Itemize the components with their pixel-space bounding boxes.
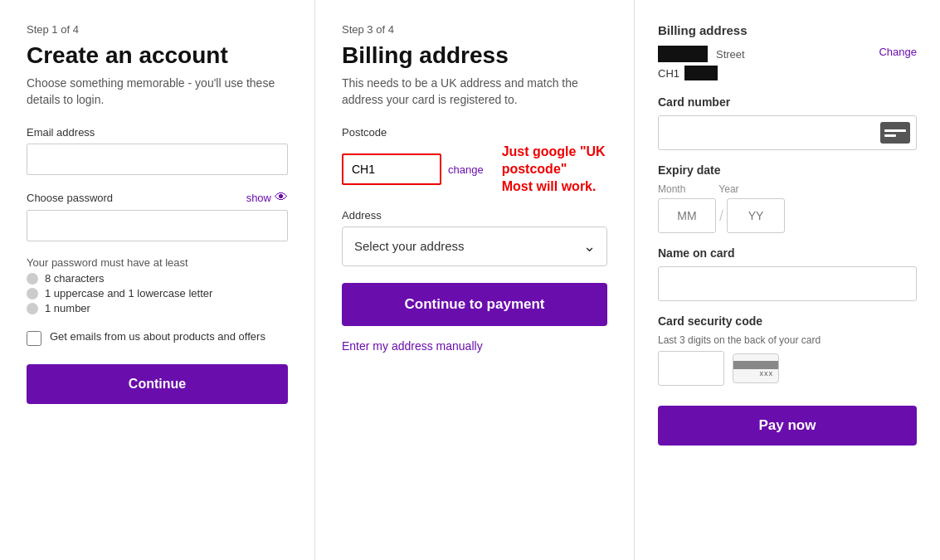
addr-postcode-prefix: CH1 (658, 67, 679, 80)
rule-label-3: 1 number (45, 302, 90, 314)
rule-dot-2 (27, 288, 38, 299)
email-optin-group: Get emails from us about products and of… (27, 329, 288, 346)
address-label: Address (342, 209, 607, 222)
pay-now-button[interactable]: Pay now (658, 406, 917, 446)
card-number-input[interactable] (658, 115, 917, 150)
rule-dot-3 (27, 303, 38, 314)
rule-label-2: 1 uppercase and 1 lowercase letter (45, 287, 212, 299)
name-on-card-section: Name on card (658, 246, 917, 301)
card-lines (884, 129, 906, 137)
eye-icon: 👁 (275, 190, 288, 205)
change-address-link[interactable]: Change (879, 46, 917, 58)
cvv-label: Card security code (658, 314, 917, 328)
continue-to-payment-button[interactable]: Continue to payment (342, 283, 607, 326)
change-postcode-link[interactable]: change (448, 163, 484, 176)
cvv-card-stripe (733, 361, 778, 369)
rule-8-chars: 8 characters (27, 272, 288, 285)
expiry-month-input[interactable] (658, 198, 716, 233)
password-label: Choose password (27, 192, 113, 204)
step-label-left: Step 1 of 4 (27, 23, 288, 36)
card-line-1 (884, 129, 906, 132)
manual-address-link[interactable]: Enter my address manually (342, 339, 483, 353)
password-rules-intro: Your password must have at least (27, 256, 288, 269)
addr-postcode-row: CH1 (658, 66, 745, 80)
create-account-panel: Step 1 of 4 Create an account Choose som… (0, 0, 315, 560)
billing-address-row: Street CH1 Change (658, 46, 917, 80)
continue-button[interactable]: Continue (27, 364, 288, 404)
password-field-group: Choose password show 👁 (27, 190, 288, 241)
billing-subtitle: This needs to be a UK address and match … (342, 75, 607, 108)
card-number-label: Card number (658, 95, 917, 109)
postcode-input[interactable] (342, 153, 441, 185)
postcode-redacted-box (684, 66, 718, 80)
email-input[interactable] (27, 144, 288, 175)
rule-uppercase: 1 uppercase and 1 lowercase letter (27, 287, 288, 299)
rule-label-1: 8 characters (45, 272, 105, 285)
address-redacted-box (658, 46, 708, 62)
create-account-title: Create an account (27, 42, 288, 69)
email-optin-label: Get emails from us about products and of… (50, 329, 265, 344)
password-rules: Your password must have at least 8 chara… (27, 256, 288, 314)
expiry-year-input[interactable] (727, 198, 785, 233)
expiry-row: / (658, 198, 917, 233)
address-select-wrapper: Select your address ⌄ (342, 226, 607, 266)
year-label: Year (718, 183, 738, 195)
cvv-input[interactable] (658, 351, 724, 386)
rule-number: 1 number (27, 302, 288, 314)
expiry-section: Expiry date Month Year / (658, 163, 917, 233)
expiry-label: Expiry date (658, 163, 917, 177)
postcode-label: Postcode (342, 126, 607, 139)
cvv-card-image: xxx (733, 353, 779, 383)
password-input[interactable] (27, 210, 288, 241)
month-label: Month (658, 183, 685, 195)
cvv-row: xxx (658, 351, 917, 386)
step-label-middle: Step 3 of 4 (342, 23, 607, 36)
email-label: Email address (27, 126, 288, 139)
show-password-text: show (246, 192, 271, 204)
email-field-group: Email address (27, 126, 288, 175)
card-input-wrapper (658, 115, 917, 150)
name-on-card-input[interactable] (658, 266, 917, 301)
address-field-group: Address Select your address ⌄ (342, 209, 607, 266)
create-account-subtitle: Choose something memorable - you'll use … (27, 75, 288, 108)
google-tip-line2: Most will work. (502, 178, 607, 196)
name-on-card-label: Name on card (658, 246, 917, 260)
street-label: Street (716, 48, 745, 61)
billing-address-title: Billing address (658, 23, 917, 37)
cvv-card-code: xxx (760, 369, 774, 377)
google-tip-line1: Just google "UK postcode" (502, 144, 607, 178)
billing-address-panel: Step 3 of 4 Billing address This needs t… (315, 0, 635, 560)
billing-addr-street: Street (658, 46, 745, 62)
cvv-section: Card security code Last 3 digits on the … (658, 314, 917, 386)
google-tip: Just google "UK postcode" Most will work… (502, 144, 607, 195)
card-details-panel: Billing address Street CH1 Change Card n… (635, 0, 940, 560)
email-optin-checkbox[interactable] (27, 331, 41, 346)
password-row: Choose password show 👁 (27, 190, 288, 205)
billing-addr-details: Street CH1 (658, 46, 745, 80)
address-select[interactable]: Select your address (342, 226, 607, 266)
rule-dot-1 (27, 273, 38, 285)
billing-title: Billing address (342, 42, 607, 69)
postcode-area: Postcode change Just google "UK postcode… (342, 126, 607, 195)
card-number-section: Card number (658, 95, 917, 150)
show-password-link[interactable]: show 👁 (246, 190, 288, 205)
card-icon (880, 122, 910, 144)
card-line-2 (884, 134, 896, 137)
expiry-slash: / (719, 207, 723, 225)
expiry-labels: Month Year (658, 183, 917, 195)
cvv-sublabel: Last 3 digits on the back of your card (658, 334, 917, 346)
